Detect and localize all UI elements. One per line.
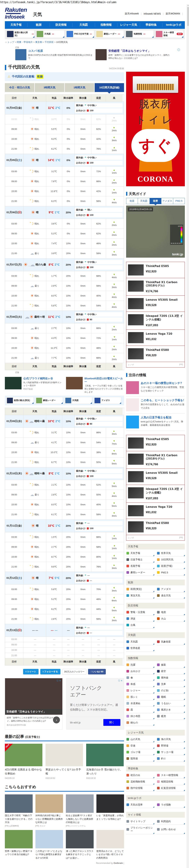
menu-item[interactable]: お出かけ bbox=[126, 668, 154, 675]
menu-item[interactable]: レジャー bbox=[126, 687, 154, 694]
day-summary-row[interactable]: 01月06日(日) ☀晴 9℃1℃ 20% 紫外線:☂弱い お出かけ:100 bbox=[5, 206, 124, 219]
guide-tab[interactable]: アメダス bbox=[161, 198, 173, 204]
breadcrumb-home[interactable]: トップ bbox=[7, 41, 14, 43]
product-name[interactable]: Lenovo Yoga 720 bbox=[146, 505, 172, 508]
card-title[interactable]: この冬は"バチッ"にさよなら! 不快な静電気を解消する2つの対策 bbox=[35, 849, 63, 860]
product-name[interactable]: Lenovo V530S Small bbox=[146, 471, 178, 474]
menu-item[interactable]: 紅葉見頃情報 bbox=[157, 785, 185, 792]
menu-item[interactable]: 掛け布団 bbox=[126, 713, 154, 720]
menu-item[interactable]: 雨雲(実況) bbox=[126, 586, 154, 592]
featured-title[interactable]: あのスキー場の積雪は何センチ? bbox=[141, 381, 185, 385]
recommend-card[interactable]: 使用済みカイロ、どうしていますか?使い捨てカイロの再利用法 bbox=[96, 830, 124, 860]
quicklink[interactable]: 地震情報 bbox=[125, 30, 154, 38]
guide-tab[interactable]: 天気図 bbox=[138, 198, 149, 204]
ad-title[interactable]: コスパ 松原 bbox=[28, 49, 93, 53]
menu-item[interactable]: 紫外線 bbox=[157, 675, 185, 681]
recommend-card[interactable]: この冬は"バチッ"にさよなら! 不快な静電気を解消する2つの対策 bbox=[35, 830, 63, 860]
menu-item[interactable]: アメダス bbox=[157, 586, 185, 592]
nav-item[interactable]: tenki.jpラボ bbox=[162, 23, 185, 27]
ad-title[interactable]: Bluetooth対応LED電球スピーカー bbox=[85, 377, 124, 383]
day-summary-row[interactable]: 01月09日(水) ☀☁晴時々曇 10℃2℃ 10% 紫外線:☂やや強い お出か… bbox=[5, 415, 124, 428]
menu-item[interactable]: 過去天気 bbox=[157, 592, 185, 599]
menu-item[interactable]: 天気図 bbox=[126, 639, 154, 645]
menu-item[interactable]: 空港 bbox=[126, 743, 154, 749]
header-link[interactable]: Infoseek NEWS bbox=[144, 12, 161, 15]
corona-ad[interactable]: 脱衣所 トイレ すぐに CORONA bbox=[126, 72, 185, 186]
nav-item[interactable]: 指数情報 bbox=[95, 23, 118, 27]
menu-item[interactable]: 気象衛星 bbox=[157, 639, 185, 645]
product-name[interactable]: ThinkPad E585 bbox=[146, 265, 169, 268]
nav-item[interactable]: 天気図 bbox=[72, 23, 95, 27]
shortcut[interactable]: 豪雨レーダー bbox=[35, 397, 63, 404]
article-card[interactable]: NEW 4日の関東 北風収まる 穏やかな仕事始め 04日05:10 bbox=[5, 744, 42, 780]
menu-item[interactable]: 暖房 bbox=[157, 713, 185, 720]
quicklink[interactable]: 豪雨レーダー bbox=[96, 30, 124, 38]
recommend-card[interactable]: いま「家庭用金庫」が売れまくっている理由とは? bbox=[96, 795, 124, 827]
menu-item[interactable]: 台風 bbox=[126, 622, 154, 628]
card-title[interactable]: いま「家庭用金庫」が売れまくっている理由とは? bbox=[96, 814, 124, 820]
ad-card[interactable]: Bluetooth対応LED電球スピーカー 【充電、ケーブル不要】今使っている電… bbox=[66, 377, 124, 394]
quicklink[interactable]: 天気図 bbox=[36, 30, 64, 38]
menu-item[interactable]: 豪雨レーダー bbox=[126, 569, 154, 576]
article-title[interactable]: 4日の関東 北風収まる 穏やかな仕事始め bbox=[5, 768, 42, 775]
product-card[interactable]: ThinkPad X1 Carbon (2018モデル) ¥174,766 bbox=[126, 278, 185, 296]
card-title[interactable]: 国立大学で研究「年齢の下り坂を緩やかにする」その方法 bbox=[5, 814, 33, 824]
radar-map[interactable]: 2019年01月04日05:15 (mm/h)50 30 25 15 10 5 … bbox=[126, 206, 185, 258]
nav-item[interactable]: 季節特集 bbox=[140, 23, 162, 27]
menu-item[interactable]: 傘 bbox=[126, 675, 154, 681]
ad-card[interactable]: 公式/プラウド南阿佐ヶ谷 丸ノ内線'南阿佐ヶ谷'駅徒歩1分/物件エントリー受付中… bbox=[5, 377, 63, 394]
menu-item[interactable]: スキー積雪情報 bbox=[157, 772, 185, 779]
menu-item[interactable]: 肌シミ bbox=[126, 694, 154, 700]
rakuten-infoseek-logo[interactable]: Rakuten Infoseek bbox=[5, 7, 27, 20]
breadcrumb-link[interactable]: 東京都 bbox=[35, 41, 42, 43]
day-summary-row[interactable]: 01月08日(火) ☁☀曇時々晴 11℃2℃ 10% 紫外線:☂やや強い お出か… bbox=[5, 311, 124, 323]
product-card[interactable]: Lenovo Yoga 720 ¥81,032 bbox=[126, 330, 185, 346]
menu-item[interactable]: お問い合わせ bbox=[157, 825, 185, 834]
card-title[interactable]: 凍った車のフロントガラスを解氷するテクニックとは? お湯が… bbox=[66, 849, 94, 860]
menu-item[interactable]: 利用規約 bbox=[157, 818, 185, 825]
product-card[interactable]: ThinkPad X1 Carbon (2018モデル) ¥174,766 bbox=[126, 451, 185, 469]
breadcrumb-link[interactable]: 千代田区 bbox=[45, 41, 54, 43]
quicklink[interactable]: スキー積雪情報 NEW bbox=[155, 30, 183, 38]
shortcut[interactable]: 天気図 bbox=[65, 397, 92, 404]
menu-item[interactable]: 雨雲(予報) bbox=[157, 563, 185, 569]
recommend-card[interactable]: 世界一栄養がない野菜!? キュウリの本当の効能は? bbox=[5, 830, 33, 860]
menu-item[interactable]: ラボ指数 bbox=[157, 802, 185, 808]
nav-item[interactable]: 天気予報 bbox=[5, 23, 27, 27]
menu-item[interactable]: 世界天気 bbox=[157, 550, 185, 557]
menu-item[interactable]: 天気出現率 bbox=[126, 802, 154, 808]
menu-item[interactable]: 体感 bbox=[126, 681, 154, 687]
forecast-tab[interactable]: 今日・明日の天気 bbox=[5, 83, 34, 92]
menu-item[interactable]: 釣り bbox=[157, 755, 185, 762]
product-name[interactable]: Ideapad 720S (13.3型 インテル搭載) bbox=[146, 487, 183, 495]
product-card[interactable]: Ideapad 720S (13.3型 インテル搭載) ¥107,093 bbox=[126, 312, 185, 330]
ad-title[interactable]: 安倍総理「日本はもうオシマイ」 bbox=[5, 709, 62, 714]
menu-item[interactable]: 洗濯 bbox=[126, 662, 154, 668]
product-card[interactable]: Ideapad 720S (13.3型 インテル搭載) ¥107,093 bbox=[126, 485, 185, 503]
featured-item[interactable]: 人気の日直予報士を配信 tenki.jpの公式Twitterをチェック! 天気、… bbox=[126, 413, 185, 431]
shortcut[interactable]: 雨雲の動き(実況) bbox=[6, 397, 34, 404]
featured-item[interactable]: あのスキー場の積雪は何センチ? スキー場ごとの週間天気や積雪情報、雪質などを細か… bbox=[126, 379, 185, 396]
day-summary-row[interactable]: 01月12日(土) ☀晴 7℃5℃ 20% 紫外線:☂--- お出かけ:--- bbox=[5, 572, 124, 585]
menu-item[interactable]: 星空 bbox=[157, 668, 185, 675]
menu-item[interactable]: 水道凍結 bbox=[126, 700, 154, 707]
product-card[interactable]: Lenovo Yoga 720 ¥81,032 bbox=[126, 503, 185, 519]
product-name[interactable]: ThinkPad E580 bbox=[146, 521, 169, 525]
menu-item[interactable]: 野球場 bbox=[157, 743, 185, 749]
menu-item[interactable]: のど飴 bbox=[157, 687, 185, 694]
menu-item[interactable]: 実況天気 bbox=[126, 592, 154, 599]
tweet-button[interactable]: t ツイート bbox=[23, 669, 38, 675]
home-icon[interactable]: ⌂ bbox=[5, 41, 7, 43]
product-card[interactable]: ThinkPad E580 ¥58,320 bbox=[126, 346, 185, 362]
featured-title[interactable]: 人気の日直予報士を配信 bbox=[141, 415, 185, 420]
forecast-tab[interactable]: 10日間天気(詳細) bbox=[95, 83, 124, 92]
menu-item[interactable]: 警報・注意報 bbox=[126, 609, 154, 616]
nav-item[interactable]: 観測 bbox=[27, 23, 50, 27]
product-card[interactable]: ThinkPad E580 ¥58,320 bbox=[126, 519, 185, 535]
menu-item[interactable]: 鍋もの bbox=[126, 720, 154, 726]
header-link[interactable]: 楽天WOMAN bbox=[165, 12, 180, 15]
menu-item[interactable]: うるおい bbox=[157, 700, 185, 707]
menu-item[interactable]: 服装 bbox=[157, 662, 185, 668]
quicklink[interactable]: 雨雲の動き(実況) bbox=[6, 30, 35, 38]
ad-arrow-button[interactable]: › bbox=[53, 716, 60, 723]
